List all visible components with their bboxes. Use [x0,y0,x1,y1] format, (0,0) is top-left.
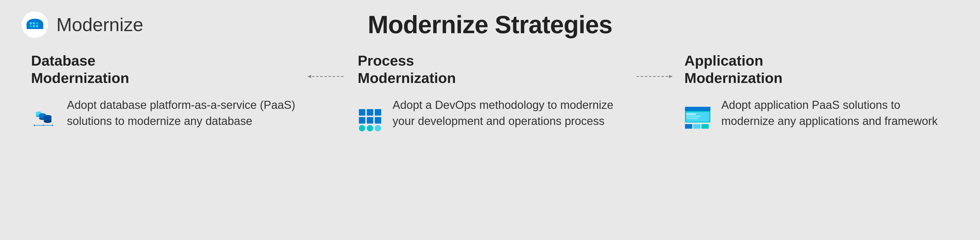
database-icon [31,97,57,138]
process-strategy-body: Adopt a DevOps methodology to modernize … [358,97,622,144]
database-strategy-text: Adopt database platform-as-a-service (Pa… [67,97,296,129]
application-strategy-text: Adopt application PaaS solutions to mode… [721,97,949,129]
svg-marker-25 [307,75,311,78]
svg-point-34 [375,125,381,131]
svg-rect-10 [36,25,38,27]
svg-marker-22 [52,125,54,126]
logo-area: Modernize [21,10,155,39]
header-row: Modernize Modernize Strategies [21,10,959,39]
svg-rect-42 [702,124,709,129]
svg-rect-26 [359,109,366,115]
svg-point-32 [359,125,365,131]
svg-rect-43 [686,113,696,115]
modernize-logo-icon [21,10,49,39]
svg-rect-5 [30,22,32,24]
application-strategy-column: Application Modernization [674,52,959,138]
svg-rect-38 [685,107,710,111]
svg-point-33 [367,125,373,131]
svg-marker-21 [33,125,35,126]
svg-rect-30 [367,117,373,124]
process-icon [358,97,382,144]
process-strategy-title: Process Modernization [358,52,622,86]
svg-rect-41 [693,124,700,129]
svg-rect-29 [359,117,366,124]
divider-right [633,52,674,80]
right-arrow-line [633,72,674,80]
svg-rect-6 [33,22,35,24]
database-strategy-body: Adopt database platform-as-a-service (Pa… [31,97,296,138]
page-title: Modernize Strategies [155,10,825,39]
application-strategy-body: Adopt application PaaS solutions to mode… [684,97,949,138]
left-arrow-line [306,72,347,80]
svg-marker-36 [669,75,673,78]
database-strategy-title: Database Modernization [31,52,296,86]
svg-rect-27 [367,109,373,115]
application-icon [684,97,711,138]
svg-rect-7 [36,22,38,24]
content-row: Database Modernization [21,52,959,230]
svg-rect-44 [686,115,701,117]
svg-rect-31 [375,117,381,124]
svg-point-19 [44,120,51,123]
svg-rect-8 [30,25,32,27]
svg-rect-9 [33,25,35,27]
svg-point-23 [43,125,44,126]
divider-left [306,52,347,80]
process-strategy-column: Process Modernization [347,52,633,144]
svg-rect-45 [686,118,698,119]
page-container: Modernize Modernize Strategies Database … [0,0,980,240]
logo-text: Modernize [56,14,143,35]
process-strategy-text: Adopt a DevOps methodology to modernize … [393,97,622,129]
application-strategy-title: Application Modernization [684,52,949,86]
svg-rect-40 [685,124,692,129]
svg-rect-28 [375,109,381,115]
database-strategy-column: Database Modernization [21,52,306,138]
